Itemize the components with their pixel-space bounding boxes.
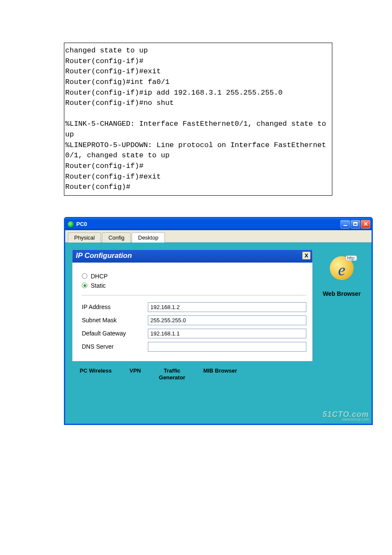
subnet-mask-input[interactable] (148, 315, 306, 325)
window-title: PC0 (76, 221, 87, 227)
window-titlebar[interactable]: PC0 ✕ (65, 218, 372, 230)
static-option[interactable]: Static (82, 282, 306, 289)
radio-icon (82, 273, 87, 279)
tool-mib-browser[interactable]: MIB Browser (203, 367, 237, 374)
ip-configuration-panel: IP Configuration X DHCP Static IP Addres… (72, 249, 313, 361)
pc-icon (68, 221, 74, 227)
tab-bar: Physical Config Desktop (65, 230, 372, 243)
ip-configuration-title: IP Configuration (76, 251, 132, 260)
watermark: 51CTO.com www.kmop.com (323, 411, 369, 421)
dns-server-input[interactable] (148, 342, 306, 352)
dhcp-option[interactable]: DHCP (82, 273, 306, 280)
desktop-area: IP Configuration X DHCP Static IP Addres… (65, 243, 372, 424)
browser-icon: http: e (330, 256, 354, 280)
ip-address-input[interactable] (148, 302, 306, 312)
tool-pc-wireless[interactable]: PC Wireless (80, 367, 112, 374)
static-label: Static (91, 282, 106, 289)
default-gateway-label: Default Gateway (82, 330, 148, 337)
tool-traffic-generator[interactable]: TrafficGenerator (159, 367, 185, 382)
dhcp-label: DHCP (91, 273, 108, 280)
ip-configuration-header: IP Configuration X (72, 250, 312, 263)
tab-physical[interactable]: Physical (68, 232, 101, 243)
web-browser-label: Web Browser (318, 290, 366, 297)
pc0-window: PC0 ✕ Physical Config Desktop IP Configu… (64, 217, 373, 425)
router-cli-output: changed state to up Router(config-if)# R… (64, 43, 332, 196)
tool-vpn[interactable]: VPN (130, 367, 141, 374)
desktop-tools-row: PC Wireless VPN TrafficGenerator MIB Bro… (72, 361, 313, 382)
close-button[interactable]: ✕ (361, 220, 370, 228)
minimize-button[interactable] (340, 220, 350, 228)
tab-desktop[interactable]: Desktop (132, 232, 165, 243)
ipconf-close-button[interactable]: X (302, 251, 311, 260)
web-browser-tile[interactable]: http: e (318, 249, 366, 287)
dns-server-label: DNS Server (82, 343, 148, 350)
ip-address-label: IP Address (82, 304, 148, 310)
radio-icon (82, 283, 87, 288)
maximize-button[interactable] (351, 220, 360, 228)
default-gateway-input[interactable] (148, 329, 306, 338)
subnet-mask-label: Subnet Mask (82, 317, 148, 324)
tab-config[interactable]: Config (102, 232, 131, 243)
